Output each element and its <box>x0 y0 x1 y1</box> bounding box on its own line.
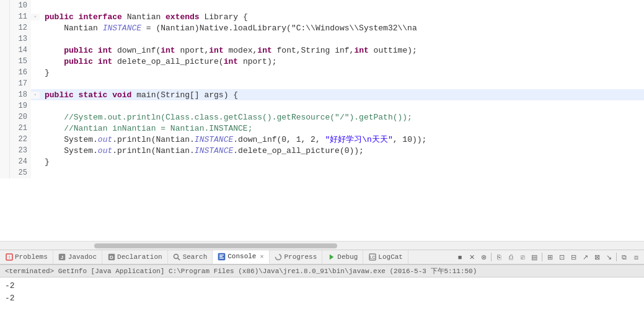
ruler-cell <box>0 123 10 134</box>
code-cell[interactable] <box>40 168 644 178</box>
toolbar-btn-12[interactable]: ↗ <box>580 251 591 263</box>
code-cell[interactable]: System.out.println(Nantian.INSTANCE.dele… <box>40 146 644 155</box>
code-cell[interactable]: //System.out.println(Class.class.getClas… <box>40 113 644 122</box>
ruler-cell <box>0 67 10 78</box>
code-cell[interactable]: } <box>40 157 644 167</box>
scrollbar-gutter <box>0 242 31 250</box>
tab-debug[interactable]: Debug <box>322 250 363 264</box>
code-cell[interactable] <box>40 35 644 44</box>
h-scrollbar-track[interactable] <box>33 243 642 248</box>
code-cell[interactable]: public int delete_op_all_picture(int npo… <box>40 57 644 66</box>
ruler-cell <box>0 56 10 67</box>
line-number: 17 <box>10 78 31 89</box>
toolbar-btn-4[interactable]: ⎘ <box>493 251 505 263</box>
toolbar-btn-0[interactable]: ■ <box>454 251 465 263</box>
ruler-cell <box>0 33 10 45</box>
toolbar-btn-1[interactable]: ✕ <box>466 251 477 263</box>
tab-logcat[interactable]: LCLogCat <box>363 250 408 264</box>
fold-indicator[interactable]: ◦ <box>31 14 40 20</box>
tab-label-problems: Problems <box>15 253 48 261</box>
ruler-cell <box>0 89 10 100</box>
toolbar-btn-7[interactable]: ▤ <box>529 251 540 263</box>
toolbar-btn-14[interactable]: ↘ <box>603 251 614 263</box>
tab-icon-search <box>173 253 181 261</box>
h-scrollbar-container[interactable] <box>0 241 644 250</box>
line-number: 23 <box>10 145 31 156</box>
ruler-cell <box>0 156 10 167</box>
svg-line-7 <box>178 258 180 260</box>
code-line-14: 14 public int down_inf(int nport,int mod… <box>0 45 644 56</box>
tab-declaration[interactable]: DDeclaration <box>102 250 168 264</box>
console-area: <terminated> GetInfo [Java Application] … <box>0 264 644 314</box>
console-output-line: -2 <box>5 292 639 305</box>
toolbar-btn-6[interactable]: ⎚ <box>517 251 528 263</box>
tab-javadoc[interactable]: JJavadoc <box>53 250 102 264</box>
line-number: 19 <box>10 100 31 111</box>
tab-icon-console <box>218 253 226 261</box>
toolbar-btn-2[interactable]: ⊗ <box>478 251 489 263</box>
tab-label-javadoc: Javadoc <box>68 253 97 261</box>
ruler-cell <box>0 111 10 123</box>
console-output: -2-2 <box>0 277 644 314</box>
console-output-line: -2 <box>5 280 639 292</box>
toolbar-btn-17[interactable]: ⧈ <box>630 251 642 263</box>
ruler-cell <box>0 78 10 89</box>
code-cell[interactable] <box>40 102 644 111</box>
tab-label-console: Console <box>227 253 256 260</box>
line-number: 14 <box>10 45 31 56</box>
tab-label-progress: Progress <box>285 253 317 261</box>
line-number: 25 <box>10 167 31 178</box>
tab-progress[interactable]: Progress <box>270 250 323 264</box>
tab-icon-debug <box>327 253 335 261</box>
code-cell[interactable] <box>40 1 644 11</box>
code-line-19: 19 <box>0 100 644 111</box>
toolbar-btn-9[interactable]: ⊞ <box>544 251 555 263</box>
svg-text:J: J <box>61 255 63 260</box>
toolbar-btn-10[interactable]: ⊡ <box>556 251 567 263</box>
code-line-23: 23 System.out.println(Nantian.INSTANCE.d… <box>0 145 644 156</box>
code-cell[interactable]: System.out.println(Nantian.INSTANCE.down… <box>40 134 644 145</box>
code-line-12: 12 Nantian INSTANCE = (Nantian)Native.lo… <box>0 22 644 33</box>
toolbar-separator <box>542 253 542 261</box>
toolbar-btn-16[interactable]: ⧉ <box>619 251 630 263</box>
line-number: 11 <box>10 11 31 22</box>
tab-icon-logcat: LC <box>368 253 376 261</box>
ruler-cell <box>0 45 10 56</box>
svg-text:LC: LC <box>369 255 375 259</box>
fold-indicator[interactable]: ◦ <box>31 92 40 98</box>
code-cell[interactable]: Nantian INSTANCE = (Nantian)Native.loadL… <box>40 24 644 33</box>
toolbar-btn-11[interactable]: ⊟ <box>568 251 579 263</box>
tab-icon-progress <box>275 253 283 261</box>
h-scrollbar-thumb[interactable] <box>94 243 337 248</box>
tab-close-console[interactable]: ✕ <box>260 253 263 260</box>
code-cell[interactable]: } <box>40 68 644 77</box>
tab-icon-declaration: D <box>107 253 115 261</box>
code-line-11: 11◦public interface Nantian extends Libr… <box>0 11 644 22</box>
toolbar-btn-5[interactable]: ⎙ <box>505 251 516 263</box>
svg-text:!: ! <box>8 255 9 260</box>
code-cell[interactable] <box>40 79 644 89</box>
code-cell[interactable]: public int down_inf(int nport,int modex,… <box>40 46 644 55</box>
line-number: 16 <box>10 67 31 78</box>
code-lines[interactable]: 10 11◦public interface Nantian extends L… <box>0 0 644 241</box>
line-number: 12 <box>10 22 31 33</box>
svg-text:D: D <box>110 255 113 260</box>
tab-console[interactable]: Console✕ <box>213 250 269 264</box>
line-number: 10 <box>10 0 31 11</box>
ruler-cell <box>0 134 10 145</box>
tab-label-search: Search <box>183 253 208 261</box>
code-cell[interactable]: //Nantian inNantian = Nantian.INSTANCE; <box>40 124 644 133</box>
code-line-22: 22 System.out.println(Nantian.INSTANCE.d… <box>0 134 644 145</box>
tab-problems[interactable]: !Problems <box>0 250 53 264</box>
code-cell[interactable]: public interface Nantian extends Library… <box>40 12 644 22</box>
tab-search[interactable]: Search <box>168 250 213 264</box>
toolbar-btn-13[interactable]: ⊠ <box>591 251 602 263</box>
ruler-cell <box>0 22 10 33</box>
svg-point-12 <box>276 255 281 260</box>
code-line-20: 20 //System.out.println(Class.class.getC… <box>0 111 644 123</box>
svg-marker-13 <box>330 255 333 259</box>
ruler-cell <box>0 0 10 11</box>
ruler-cell <box>0 11 10 22</box>
svg-rect-9 <box>219 255 224 256</box>
code-cell[interactable]: public static void main(String[] args) { <box>40 90 644 100</box>
